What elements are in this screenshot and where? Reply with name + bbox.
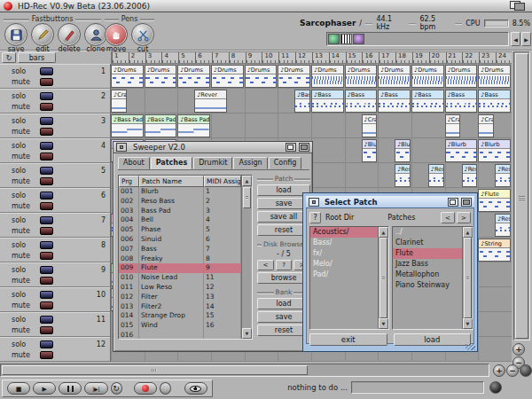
disk-help-button[interactable]: ?: [276, 260, 293, 270]
clip[interactable]: ♪Bass: [411, 90, 444, 113]
clip[interactable]: ♪Bass: [445, 90, 478, 113]
clip[interactable]: ♪Rever: [194, 90, 227, 113]
ruler-bar[interactable]: 1: [112, 52, 129, 63]
help-button[interactable]: [160, 382, 171, 395]
list-item[interactable]: Melo/: [310, 259, 378, 270]
patch-row[interactable]: 014Strange Drop15: [119, 311, 241, 321]
solo-button[interactable]: solo: [12, 167, 35, 175]
patch-row[interactable]: 008Freaky8: [119, 254, 241, 264]
ruler-bar[interactable]: 5: [178, 52, 195, 63]
synth-icon[interactable]: [328, 34, 340, 44]
clip[interactable]: ♪Reso: [495, 214, 511, 237]
bank-load-button[interactable]: load: [257, 298, 310, 309]
clip[interactable]: ♪Drums: [311, 65, 344, 88]
clip[interactable]: ♪Bass: [345, 90, 378, 113]
clip[interactable]: ♪Blurb: [395, 139, 411, 162]
clip[interactable]: ♪Reso: [462, 164, 478, 187]
solo-monitor-icon[interactable]: [40, 167, 53, 175]
directory-list-scrollbar[interactable]: [378, 227, 388, 329]
ruler-bar[interactable]: 23: [479, 52, 496, 63]
mute-button[interactable]: mute: [12, 301, 35, 309]
list-item[interactable]: Flute: [393, 248, 462, 259]
solo-button[interactable]: solo: [12, 192, 35, 200]
clip[interactable]: ♪Bass: [311, 90, 344, 113]
vertical-scrollbar-thumb[interactable]: [515, 53, 528, 339]
monitor-button[interactable]: [184, 382, 207, 395]
clip[interactable]: ♪Bass Pad: [145, 114, 177, 137]
solo-button[interactable]: solo: [12, 67, 35, 75]
cycle-icon[interactable]: [2, 52, 16, 63]
patch-save-button[interactable]: save: [257, 198, 310, 209]
horizontal-zoom-out-button[interactable]: −: [506, 364, 519, 377]
ruler-bar[interactable]: 14: [329, 52, 346, 63]
ruler-bar[interactable]: 3: [145, 52, 162, 63]
pause-button[interactable]: [59, 382, 82, 395]
list-item[interactable]: Acoustics/: [310, 227, 378, 238]
ruler-bar[interactable]: 4: [161, 52, 178, 63]
mute-button[interactable]: mute: [12, 252, 35, 260]
exit-button[interactable]: exit: [309, 333, 387, 346]
zoom-gadget-icon[interactable]: [286, 143, 296, 152]
instrument-strip-right-button[interactable]: [521, 32, 531, 46]
move-button[interactable]: [105, 23, 128, 46]
mute-button[interactable]: mute: [12, 177, 35, 185]
patch-save-all-button[interactable]: save all: [257, 211, 310, 223]
mute-monitor-icon[interactable]: [40, 103, 53, 111]
tab-assign[interactable]: Assign: [233, 157, 267, 169]
solo-monitor-icon[interactable]: [40, 316, 53, 324]
zoom-gadget-icon[interactable]: [448, 198, 458, 207]
mute-monitor-icon[interactable]: [40, 78, 53, 86]
patch-list-scrollbar[interactable]: [462, 227, 473, 329]
round-toggle-button[interactable]: [520, 364, 532, 377]
mute-button[interactable]: mute: [12, 202, 35, 210]
bank-reset-button[interactable]: reset: [257, 325, 310, 336]
clip[interactable]: ♪Reso: [428, 164, 444, 187]
patch-row[interactable]: 005Phase5: [119, 225, 241, 235]
mute-button[interactable]: mute: [12, 103, 35, 111]
clip[interactable]: ♪Reso: [395, 164, 411, 187]
ruler-bar[interactable]: 2: [129, 52, 145, 63]
solo-monitor-icon[interactable]: [40, 340, 53, 348]
punch-button[interactable]: [84, 382, 107, 395]
patch-row[interactable]: 011Low Reso12: [119, 283, 241, 293]
ruler-bar[interactable]: 21: [446, 52, 463, 63]
mute-button[interactable]: mute: [12, 227, 35, 235]
disk-prev-button[interactable]: <: [257, 260, 274, 270]
ruler-bar[interactable]: 24: [496, 52, 512, 63]
horizontal-zoom-in-button[interactable]: +: [493, 364, 505, 377]
sweeper-titlebar[interactable]: Sweeper V2.0: [113, 142, 312, 153]
down-arrow-icon[interactable]: [379, 318, 388, 329]
clip[interactable]: ♪Blurb: [445, 139, 478, 162]
clip[interactable]: ♪Blurb: [362, 139, 378, 162]
vertical-zoom-in-button[interactable]: +: [512, 343, 525, 356]
mute-monitor-icon[interactable]: [40, 301, 53, 309]
delete-button[interactable]: [58, 23, 81, 46]
mute-monitor-icon[interactable]: [40, 128, 53, 136]
patch-row[interactable]: 006Sinuid6: [119, 235, 241, 245]
depth-gadget-icon[interactable]: [461, 198, 472, 207]
ruler-bar[interactable]: 19: [412, 52, 429, 63]
ruler-bar[interactable]: 6: [195, 52, 212, 63]
scrollbar-thumb[interactable]: [243, 187, 251, 208]
solo-monitor-icon[interactable]: [40, 241, 53, 249]
ruler-bar[interactable]: 15: [346, 52, 363, 63]
solo-button[interactable]: solo: [12, 291, 35, 299]
clip[interactable]: ♪Flute: [478, 189, 511, 212]
ruler-bar[interactable]: 11: [278, 52, 295, 63]
ruler-bar[interactable]: 10: [262, 52, 278, 63]
ruler-bar[interactable]: 20: [429, 52, 446, 63]
patch-row[interactable]: 015Wind16: [119, 321, 241, 331]
scrollbar-thumb[interactable]: [464, 238, 472, 318]
up-arrow-icon[interactable]: [379, 227, 388, 238]
patch-list-scrollbar[interactable]: [241, 176, 252, 339]
down-arrow-icon[interactable]: [463, 318, 473, 329]
screen-depth-gadget-icon[interactable]: [510, 1, 525, 11]
solo-monitor-icon[interactable]: [40, 266, 53, 274]
clip[interactable]: ♪String: [478, 239, 511, 262]
list-item[interactable]: Clarinet: [393, 238, 462, 248]
ruler-bar[interactable]: 8: [229, 52, 246, 63]
patch-row[interactable]: 004Bell4: [119, 215, 241, 225]
solo-button[interactable]: solo: [12, 266, 35, 274]
clip[interactable]: ♪Drums: [245, 65, 278, 88]
clip[interactable]: ♪Drums: [278, 65, 310, 88]
